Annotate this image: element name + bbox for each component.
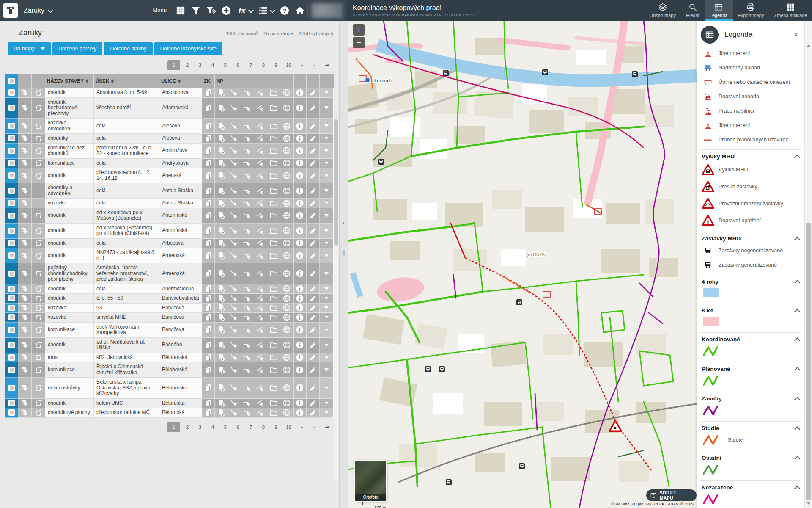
row-menu-button[interactable]	[320, 199, 333, 208]
detail-info-button[interactable]	[294, 338, 307, 353]
chevron-up-icon[interactable]	[794, 367, 800, 373]
switch-app-button[interactable]: Změna aplikace	[769, 0, 812, 21]
edit-button[interactable]	[307, 199, 320, 208]
select-area-button[interactable]	[228, 362, 241, 378]
edit-button[interactable]	[307, 98, 320, 119]
row-menu-button[interactable]	[320, 294, 333, 304]
legend-scrollbar[interactable]	[804, 21, 812, 508]
select-line-button[interactable]	[241, 338, 254, 353]
zoom-to-feature-button[interactable]	[18, 294, 32, 304]
zoom-to-feature-button[interactable]	[18, 144, 32, 159]
zk-copy-button[interactable]	[202, 294, 215, 304]
page-button[interactable]: »	[296, 61, 307, 69]
np-new-page-button[interactable]	[215, 88, 228, 98]
zk-copy-button[interactable]	[202, 338, 215, 353]
documents-folder-button[interactable]	[267, 98, 280, 119]
select-line-button[interactable]	[241, 304, 254, 313]
select-slice-button[interactable]	[254, 263, 267, 284]
documents-folder-button[interactable]	[267, 119, 280, 134]
polygon-button[interactable]	[32, 362, 45, 378]
grid-view-icon[interactable]	[175, 5, 186, 16]
chevron-up-icon[interactable]	[794, 456, 800, 462]
np-new-page-button[interactable]	[215, 338, 228, 353]
edit-button[interactable]	[307, 378, 320, 399]
select-area-button[interactable]	[228, 313, 241, 323]
np-new-page-button[interactable]	[215, 323, 228, 338]
row-checkbox[interactable]	[5, 239, 18, 248]
row-menu-button[interactable]	[320, 239, 333, 248]
zoom-to-feature-button[interactable]	[18, 168, 32, 183]
zoom-to-feature-button[interactable]	[18, 362, 32, 378]
polygon-button[interactable]	[32, 263, 45, 284]
select-slice-button[interactable]	[254, 323, 267, 338]
edit-button[interactable]	[307, 239, 320, 248]
select-area-button[interactable]	[228, 378, 241, 399]
chevron-up-icon[interactable]	[794, 486, 800, 491]
close-icon[interactable]: ✕	[792, 30, 800, 40]
documents-folder-button[interactable]	[267, 134, 280, 144]
edit-button[interactable]	[307, 144, 320, 159]
select-line-button[interactable]	[241, 224, 254, 239]
select-slice-button[interactable]	[254, 239, 267, 248]
polygon-button[interactable]	[32, 323, 45, 338]
select-slice-button[interactable]	[254, 98, 267, 119]
row-menu-button[interactable]	[320, 362, 333, 378]
select-area-button[interactable]	[228, 144, 241, 159]
zoom-to-feature-button[interactable]	[18, 224, 32, 239]
web-link-button[interactable]	[280, 378, 294, 399]
app-logo-icon[interactable]	[3, 3, 18, 18]
row-checkbox[interactable]	[5, 119, 18, 134]
detail-info-button[interactable]	[294, 304, 307, 313]
row-checkbox[interactable]	[5, 313, 18, 323]
web-link-button[interactable]	[280, 338, 294, 353]
documents-folder-button[interactable]	[267, 224, 280, 239]
edit-button[interactable]	[307, 263, 320, 284]
page-button[interactable]: 1	[167, 60, 180, 70]
filter-icon[interactable]	[190, 5, 201, 16]
sort-icon[interactable]	[111, 79, 114, 83]
row-menu-button[interactable]	[320, 248, 333, 263]
zoom-to-feature-button[interactable]	[18, 134, 32, 144]
polygon-button[interactable]	[32, 208, 45, 224]
map-content-button[interactable]: Obsah mapy	[645, 0, 681, 21]
menu-button[interactable]: Menu	[153, 7, 173, 14]
select-line-button[interactable]	[241, 144, 254, 159]
polygon-button[interactable]	[32, 399, 45, 409]
row-checkbox[interactable]	[5, 353, 18, 363]
select-slice-button[interactable]	[254, 248, 267, 263]
page-button[interactable]: 6	[233, 61, 244, 69]
edit-button[interactable]	[307, 294, 320, 304]
zk-copy-button[interactable]	[202, 362, 215, 378]
row-checkbox[interactable]	[5, 199, 18, 208]
zk-copy-button[interactable]	[202, 323, 215, 338]
zk-copy-button[interactable]	[202, 304, 215, 313]
chevron-up-icon[interactable]	[794, 426, 800, 432]
row-menu-button[interactable]	[320, 134, 333, 144]
zk-copy-button[interactable]	[202, 159, 215, 168]
page-button[interactable]: 5	[220, 423, 231, 431]
page-button[interactable]: 9	[271, 423, 282, 431]
select-area-button[interactable]	[228, 199, 241, 208]
np-new-page-button[interactable]	[215, 168, 228, 183]
edit-button[interactable]	[307, 159, 320, 168]
zoom-to-feature-button[interactable]	[18, 263, 32, 284]
select-area-button[interactable]	[228, 248, 241, 263]
web-link-button[interactable]	[280, 248, 294, 263]
select-line-button[interactable]	[241, 263, 254, 284]
select-slice-button[interactable]	[254, 134, 267, 144]
detail-info-button[interactable]	[294, 248, 307, 263]
user-account-blurred[interactable]	[311, 3, 343, 18]
row-checkbox[interactable]	[5, 408, 18, 418]
zk-copy-button[interactable]	[202, 263, 215, 284]
affected-buildings-button[interactable]: Dotčené stavby	[104, 42, 152, 55]
detail-info-button[interactable]	[294, 88, 307, 98]
select-area-button[interactable]	[228, 294, 241, 304]
np-new-page-button[interactable]	[215, 378, 228, 399]
select-line-button[interactable]	[241, 183, 254, 199]
select-slice-button[interactable]	[254, 144, 267, 159]
zk-copy-button[interactable]	[202, 208, 215, 224]
web-link-button[interactable]	[280, 313, 294, 323]
select-line-button[interactable]	[241, 134, 254, 144]
detail-info-button[interactable]	[294, 159, 307, 168]
app-title-chevron-icon[interactable]	[47, 7, 53, 13]
